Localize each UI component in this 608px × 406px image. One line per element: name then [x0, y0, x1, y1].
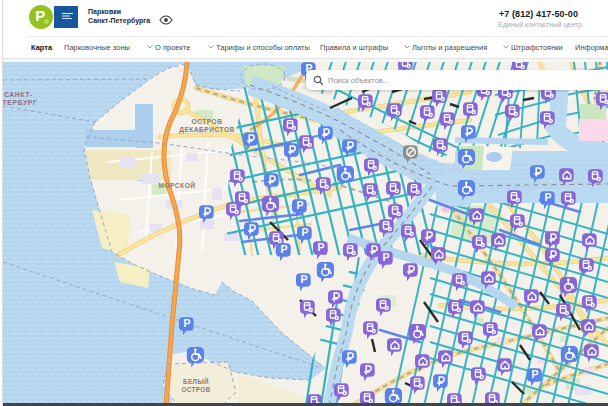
svg-text:ОСТРОВ: ОСТРОВ [181, 386, 210, 393]
svg-text:ПЕТЕРБУРГ: ПЕТЕРБУРГ [3, 99, 37, 106]
svg-text:ДЕКАБРИСТОВ: ДЕКАБРИСТОВ [179, 126, 235, 134]
svg-text:САНКТ-: САНКТ- [4, 91, 33, 98]
svg-text:P: P [301, 226, 308, 238]
svg-text:P: P [300, 273, 307, 285]
svg-text:БЕЛЫЙ: БЕЛЫЙ [183, 377, 209, 385]
svg-text:P: P [296, 199, 303, 211]
svg-text:МОРСКОЙ: МОРСКОЙ [158, 181, 195, 189]
svg-text:P: P [382, 251, 389, 263]
svg-text:P: P [544, 191, 551, 203]
svg-text:ОСТРОВ: ОСТРОВ [192, 118, 223, 125]
svg-text:P: P [183, 317, 190, 329]
svg-text:P: P [531, 368, 538, 380]
svg-text:P: P [317, 241, 324, 253]
svg-text:P: P [280, 243, 287, 255]
